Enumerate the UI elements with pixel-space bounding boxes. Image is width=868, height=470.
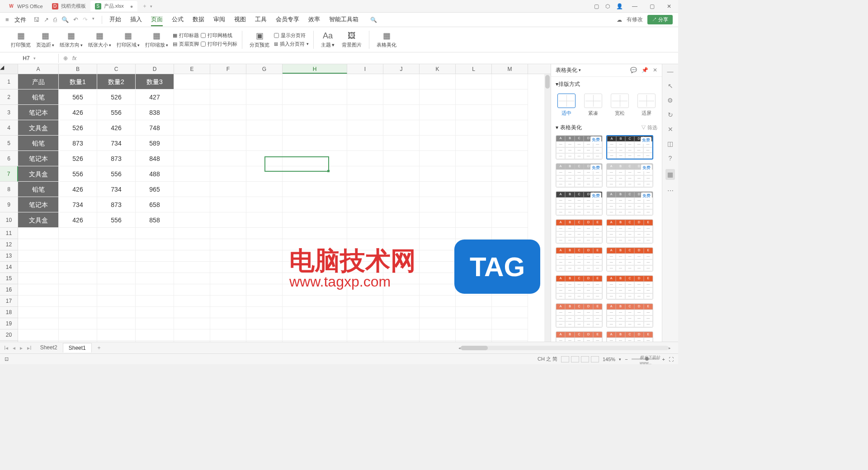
cell[interactable] bbox=[347, 296, 383, 307]
layout-option-1[interactable]: 紧凑 bbox=[582, 92, 604, 118]
beautify-icon[interactable]: ▦ bbox=[665, 169, 675, 180]
cell[interactable] bbox=[136, 318, 174, 329]
style-thumb-8[interactable]: ABCDE——————————————— bbox=[556, 247, 603, 272]
cell[interactable] bbox=[210, 284, 246, 296]
cell[interactable]: 427 bbox=[136, 89, 174, 105]
style-thumb-2[interactable]: ABCDE———————————————免费 bbox=[556, 163, 603, 188]
style-thumb-15[interactable]: ABCDE——————————————— bbox=[606, 331, 653, 342]
cell[interactable] bbox=[246, 166, 283, 182]
cell[interactable] bbox=[492, 284, 528, 296]
cell[interactable] bbox=[246, 341, 283, 342]
cell[interactable] bbox=[283, 262, 347, 273]
cell[interactable] bbox=[59, 239, 97, 250]
row-header[interactable]: 17 bbox=[0, 296, 18, 307]
settings-icon[interactable]: ⚙ bbox=[667, 97, 673, 104]
tab-dropdown-icon[interactable]: ▾ bbox=[150, 4, 152, 9]
cell[interactable] bbox=[246, 262, 283, 273]
cell[interactable] bbox=[283, 74, 347, 89]
cell[interactable] bbox=[492, 296, 528, 307]
zoom-in[interactable]: + bbox=[662, 357, 665, 362]
cell[interactable] bbox=[283, 182, 347, 197]
row-header[interactable]: 8 bbox=[0, 182, 18, 197]
cell[interactable] bbox=[210, 250, 246, 262]
row-header[interactable]: 3 bbox=[0, 105, 18, 120]
cell[interactable] bbox=[383, 341, 420, 342]
cell[interactable]: 858 bbox=[136, 212, 174, 228]
cell[interactable] bbox=[210, 212, 246, 228]
cell[interactable] bbox=[383, 182, 420, 197]
cell[interactable] bbox=[347, 182, 383, 197]
layout-option-2[interactable]: 宽松 bbox=[609, 92, 631, 118]
cell[interactable] bbox=[246, 74, 283, 89]
app-tab[interactable]: D找稻壳模板 bbox=[47, 1, 90, 11]
cell[interactable] bbox=[210, 262, 246, 273]
more-icon[interactable]: ⋯ bbox=[667, 187, 674, 194]
cell[interactable] bbox=[347, 318, 383, 329]
cell[interactable] bbox=[420, 284, 456, 296]
cell[interactable] bbox=[18, 250, 59, 262]
cell[interactable] bbox=[283, 197, 347, 212]
cell[interactable] bbox=[420, 151, 456, 166]
cell[interactable] bbox=[174, 182, 210, 197]
cell[interactable]: 数量2 bbox=[97, 74, 136, 89]
cell[interactable]: 734 bbox=[97, 182, 136, 197]
fx-icon[interactable]: fx bbox=[72, 55, 76, 61]
cell[interactable] bbox=[383, 250, 420, 262]
cell[interactable] bbox=[59, 273, 97, 284]
col-header-I[interactable]: I bbox=[347, 64, 383, 74]
show-pagebreak-checkbox[interactable] bbox=[274, 33, 279, 38]
table-beautify-button[interactable]: ▦表格美化 bbox=[374, 31, 399, 48]
cell[interactable]: 556 bbox=[97, 212, 136, 228]
menu-tab-2[interactable]: 页面 bbox=[151, 14, 163, 26]
row-header[interactable]: 16 bbox=[0, 284, 18, 296]
style-thumb-4[interactable]: ABCDE———————————————免费 bbox=[556, 191, 603, 216]
cell[interactable] bbox=[210, 151, 246, 166]
col-header-F[interactable]: F bbox=[210, 64, 246, 74]
row-header[interactable]: 18 bbox=[0, 307, 18, 318]
cell[interactable] bbox=[174, 197, 210, 212]
cell[interactable] bbox=[383, 136, 420, 151]
cell[interactable] bbox=[174, 89, 210, 105]
cell[interactable] bbox=[492, 166, 528, 182]
cell[interactable] bbox=[492, 228, 528, 239]
cell[interactable] bbox=[136, 296, 174, 307]
cell[interactable] bbox=[174, 105, 210, 120]
row-header[interactable]: 13 bbox=[0, 250, 18, 262]
cell[interactable] bbox=[420, 136, 456, 151]
cell[interactable] bbox=[456, 166, 492, 182]
zoom-fx-icon[interactable]: ⊕ bbox=[63, 55, 68, 61]
col-header-C[interactable]: C bbox=[97, 64, 136, 74]
cell[interactable] bbox=[383, 197, 420, 212]
cell[interactable] bbox=[283, 136, 347, 151]
cell[interactable]: 965 bbox=[136, 182, 174, 197]
maximize-button[interactable]: ▢ bbox=[646, 3, 657, 9]
cell[interactable] bbox=[59, 228, 97, 239]
sheet-nav-prev[interactable]: ◂ bbox=[11, 345, 17, 351]
cell[interactable] bbox=[420, 250, 456, 262]
cell[interactable] bbox=[456, 136, 492, 151]
layout-option-3[interactable]: 适屏 bbox=[636, 92, 657, 118]
cell[interactable] bbox=[492, 182, 528, 197]
style-thumb-14[interactable]: ABCDE——————————————— bbox=[556, 331, 603, 342]
spreadsheet-grid[interactable]: ◢ABCDEFGHIJKLM 1234567891011121314151617… bbox=[0, 64, 551, 342]
cell[interactable]: 铅笔 bbox=[18, 182, 59, 197]
cell[interactable] bbox=[456, 105, 492, 120]
cell[interactable] bbox=[347, 284, 383, 296]
cell[interactable] bbox=[59, 262, 97, 273]
cell[interactable] bbox=[383, 296, 420, 307]
cell[interactable] bbox=[420, 212, 456, 228]
cell[interactable] bbox=[210, 89, 246, 105]
row-header[interactable]: 9 bbox=[0, 197, 18, 212]
cell[interactable] bbox=[492, 136, 528, 151]
view-break[interactable] bbox=[581, 356, 589, 362]
cell[interactable]: 873 bbox=[97, 197, 136, 212]
cell[interactable] bbox=[174, 166, 210, 182]
cell[interactable] bbox=[347, 329, 383, 341]
col-header-B[interactable]: B bbox=[59, 64, 97, 74]
cell[interactable] bbox=[456, 74, 492, 89]
undo-icon[interactable]: ↶ bbox=[73, 16, 78, 23]
cell[interactable]: 734 bbox=[59, 197, 97, 212]
cell[interactable] bbox=[210, 307, 246, 318]
cell[interactable] bbox=[456, 151, 492, 166]
insert-pagebreak-icon[interactable]: ⊞ bbox=[274, 41, 278, 47]
